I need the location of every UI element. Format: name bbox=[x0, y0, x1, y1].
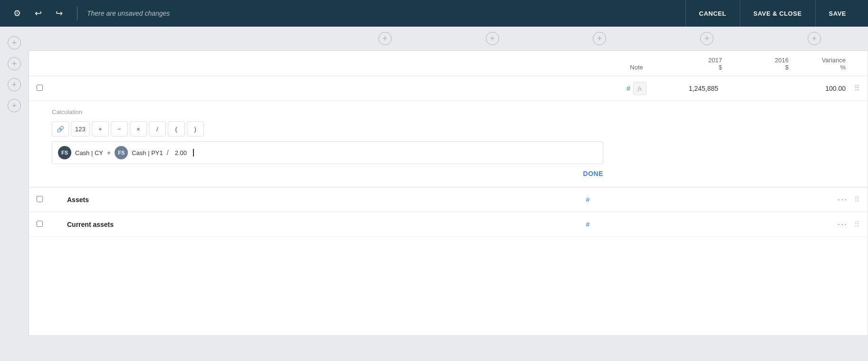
expr-op-2: / bbox=[167, 149, 169, 156]
assets-note-cell: # bbox=[569, 195, 607, 204]
calculation-toolbar: 🔗 123 + − × / ( ) bbox=[52, 121, 860, 137]
current-assets-label: Current assets bbox=[52, 221, 569, 228]
assets-checkbox-cell[interactable] bbox=[37, 195, 48, 204]
undo-icon: ↩ bbox=[35, 8, 42, 19]
topbar-actions: CANCEL SAVE & CLOSE SAVE bbox=[685, 0, 859, 27]
current-assets-checkbox-cell[interactable] bbox=[37, 220, 48, 229]
calc-link-btn[interactable]: 🔗 bbox=[52, 121, 69, 137]
col-add-btn-4[interactable]: + bbox=[700, 32, 714, 45]
sidebar-add-btn-4[interactable]: + bbox=[8, 99, 21, 112]
calc-multiply-btn[interactable]: × bbox=[130, 121, 147, 137]
calculation-title: Calculation bbox=[52, 108, 860, 116]
left-sidebar: + + + + bbox=[0, 27, 29, 361]
content-area: + + + + + Note 2017 $ bbox=[29, 27, 868, 361]
assets-checkbox[interactable] bbox=[37, 196, 43, 202]
calc-done-row: DONE bbox=[52, 164, 603, 179]
calc-divide-btn[interactable]: / bbox=[149, 121, 166, 137]
col-add-4: + bbox=[653, 32, 761, 45]
expr-badge-2: FS bbox=[115, 146, 128, 159]
th-variance: Variance % bbox=[789, 57, 846, 71]
topbar-divider bbox=[77, 6, 77, 20]
table-header: Note 2017 $ 2016 $ Variance % bbox=[29, 51, 868, 76]
col-add-5: + bbox=[761, 32, 868, 45]
save-button[interactable]: SAVE bbox=[815, 0, 859, 27]
expr-item-1: Cash | CY bbox=[75, 149, 103, 156]
col-add-1: + bbox=[331, 32, 439, 45]
main-layout: + + + + + + + + + bbox=[0, 27, 868, 361]
table-wrapper: Note 2017 $ 2016 $ Variance % bbox=[29, 50, 868, 336]
th-note: Note bbox=[617, 64, 656, 71]
current-assets-note-cell: # bbox=[569, 220, 607, 228]
save-close-button[interactable]: SAVE & CLOSE bbox=[740, 0, 815, 27]
calc-open-paren-btn[interactable]: ( bbox=[168, 121, 185, 137]
calc-plus-btn[interactable]: + bbox=[92, 121, 109, 137]
current-assets-drag-handle[interactable]: ⠿ bbox=[854, 220, 860, 229]
fx-icon-1[interactable]: 𝑓𝑥 bbox=[633, 82, 646, 95]
col-add-btn-3[interactable]: + bbox=[593, 32, 606, 45]
row-checkbox-1[interactable] bbox=[37, 84, 48, 93]
column-add-row: + + + + + bbox=[29, 27, 868, 50]
th-py-year: 2016 $ bbox=[722, 57, 789, 71]
sidebar-add-btn-1[interactable]: + bbox=[8, 36, 21, 49]
assets-hash-link[interactable]: # bbox=[586, 195, 589, 204]
col-add-3: + bbox=[546, 32, 653, 45]
calculation-panel: Calculation 🔗 123 + − × / ( ) FS Cash | … bbox=[29, 101, 868, 187]
current-assets-row: Current assets # ··· ⠿ bbox=[29, 212, 868, 237]
assets-more-btn[interactable]: ··· bbox=[835, 193, 850, 206]
gear-icon: ⚙ bbox=[13, 8, 21, 19]
assets-actions: ··· ⠿ bbox=[835, 193, 860, 206]
undo-button[interactable]: ↩ bbox=[29, 5, 47, 22]
col-add-2: + bbox=[439, 32, 546, 45]
expr-item-2: Cash | PY1 bbox=[132, 149, 163, 156]
done-button[interactable]: DONE bbox=[583, 170, 603, 177]
current-assets-checkbox[interactable] bbox=[37, 221, 43, 227]
data-row-1: # 𝑓𝑥 1,245,885 100.00 ⠿ bbox=[29, 76, 868, 101]
sidebar-add-btn-3[interactable]: + bbox=[8, 78, 21, 91]
topbar: ⚙ ↩ ↪ There are unsaved changes CANCEL S… bbox=[0, 0, 868, 27]
checkbox-1[interactable] bbox=[37, 85, 43, 91]
calc-num-btn[interactable]: 123 bbox=[71, 121, 90, 137]
current-assets-more-btn[interactable]: ··· bbox=[835, 217, 850, 231]
row-drag-1[interactable]: ⠿ bbox=[846, 84, 860, 93]
redo-button[interactable]: ↪ bbox=[50, 5, 68, 22]
assets-label: Assets bbox=[52, 196, 569, 204]
unsaved-message: There are unsaved changes bbox=[87, 10, 170, 17]
fx-text: 𝑓𝑥 bbox=[638, 85, 642, 92]
calculation-expression[interactable]: FS Cash | CY + FS Cash | PY1 / 2.00 bbox=[52, 141, 603, 164]
note-hash-link-1[interactable]: # bbox=[627, 84, 630, 92]
current-assets-actions: ··· ⠿ bbox=[835, 217, 860, 231]
row-cy-value-1: 1,245,885 bbox=[656, 85, 722, 92]
expr-cursor bbox=[193, 149, 194, 156]
calc-minus-btn[interactable]: − bbox=[111, 121, 128, 137]
expr-op-1: + bbox=[107, 149, 111, 156]
col-add-btn-2[interactable]: + bbox=[486, 32, 499, 45]
assets-row: Assets # ··· ⠿ bbox=[29, 187, 868, 212]
sidebar-add-btn-2[interactable]: + bbox=[8, 57, 21, 70]
col-add-btn-5[interactable]: + bbox=[808, 32, 821, 45]
link-icon: 🔗 bbox=[57, 126, 64, 133]
th-cy-year: 2017 $ bbox=[656, 57, 722, 71]
cancel-button[interactable]: CANCEL bbox=[685, 0, 740, 27]
row-note-1: # 𝑓𝑥 bbox=[617, 82, 656, 95]
calc-close-paren-btn[interactable]: ) bbox=[187, 121, 204, 137]
expr-value: 2.00 bbox=[173, 148, 189, 158]
assets-drag-handle[interactable]: ⠿ bbox=[854, 195, 860, 204]
gear-button[interactable]: ⚙ bbox=[9, 5, 26, 22]
current-assets-hash-link[interactable]: # bbox=[586, 220, 589, 228]
col-add-btn-1[interactable]: + bbox=[378, 32, 392, 45]
row-variance-1: 100.00 bbox=[789, 85, 846, 92]
expr-badge-1: FS bbox=[58, 146, 71, 159]
topbar-left-icons: ⚙ ↩ ↪ There are unsaved changes bbox=[9, 5, 170, 22]
redo-icon: ↪ bbox=[56, 8, 63, 19]
